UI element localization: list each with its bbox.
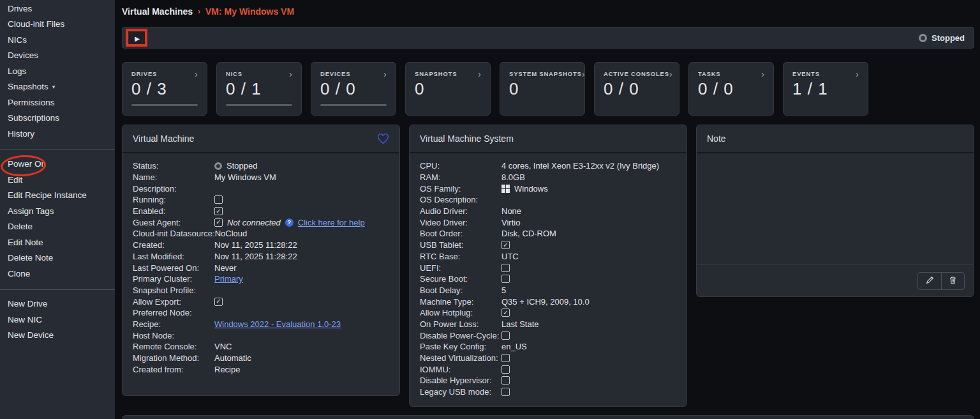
partial-bottom-panel bbox=[122, 415, 974, 419]
edit-note-button[interactable] bbox=[918, 273, 941, 289]
breadcrumb-root-link[interactable]: Virtual Machines bbox=[122, 6, 193, 17]
field-label: Created from: bbox=[133, 365, 214, 374]
field-row: Migration Method:Automatic bbox=[133, 353, 389, 364]
checkbox-unchecked[interactable] bbox=[501, 388, 510, 396]
summary-card-devices[interactable]: DEVICES›0 / 0 bbox=[311, 62, 396, 116]
sidebar-item-new-drive[interactable]: New Drive bbox=[0, 296, 115, 312]
field-value: Recipe bbox=[214, 365, 240, 374]
power-on-button[interactable]: ▶ bbox=[129, 32, 145, 45]
field-value-link[interactable]: Primary bbox=[214, 274, 243, 284]
os-family-text: Windows bbox=[514, 184, 548, 194]
checkbox-checked[interactable]: ✓ bbox=[214, 218, 223, 227]
sidebar-item-assign-tags[interactable]: Assign Tags bbox=[0, 203, 115, 219]
field-row: Primary Cluster:Primary bbox=[133, 273, 389, 285]
summary-card-nics[interactable]: NICS›0 / 1 bbox=[216, 62, 302, 116]
checkbox-checked[interactable]: ✓ bbox=[501, 309, 510, 317]
sidebar-item-subscriptions[interactable]: Subscriptions bbox=[0, 110, 115, 126]
field-value-text: Never bbox=[214, 263, 237, 273]
field-value: None bbox=[501, 206, 521, 216]
summary-card-system-snapshots[interactable]: SYSTEM SNAPSHOTS›0 bbox=[500, 62, 585, 116]
sidebar-item-label: Edit bbox=[8, 175, 22, 185]
play-icon: ▶ bbox=[135, 35, 140, 42]
field-value-text: Last State bbox=[501, 319, 539, 329]
field-row: RAM:8.0GB bbox=[420, 172, 676, 183]
checkbox-unchecked[interactable] bbox=[501, 376, 510, 385]
field-row: Enabled:✓ bbox=[133, 206, 389, 217]
breadcrumb-separator-icon: › bbox=[198, 7, 200, 16]
sidebar-item-new-nic[interactable]: New NIC bbox=[0, 312, 115, 328]
favorite-heart-icon[interactable] bbox=[377, 133, 389, 144]
field-value: 4 cores, Intel Xeon E3-12xx v2 (Ivy Brid… bbox=[501, 161, 659, 171]
checkbox-checked[interactable]: ✓ bbox=[214, 298, 223, 306]
sidebar-item-history[interactable]: History bbox=[0, 126, 115, 142]
field-value: 8.0GB bbox=[501, 172, 525, 182]
card-progress-bar bbox=[131, 104, 198, 106]
checkbox-unchecked[interactable] bbox=[501, 365, 510, 374]
field-value-link[interactable]: Windows 2022 - Evaluation 1.0-23 bbox=[214, 319, 341, 329]
field-row: On Power Loss:Last State bbox=[420, 319, 676, 330]
field-label: Enabled: bbox=[133, 206, 214, 216]
sidebar-item-power-on[interactable]: Power On bbox=[0, 156, 115, 172]
sidebar-item-cloud-init-files[interactable]: Cloud-init Files bbox=[0, 17, 115, 33]
sidebar-nav-group: DrivesCloud-init FilesNICsDevicesLogsSna… bbox=[0, 1, 115, 142]
note-content bbox=[697, 153, 974, 264]
field-value-text: VNC bbox=[214, 342, 232, 351]
sidebar-item-label: Power On bbox=[8, 159, 46, 169]
field-row: Machine Type:Q35 + ICH9, 2009, 10.0 bbox=[420, 296, 676, 307]
sidebar-item-drives[interactable]: Drives bbox=[0, 1, 115, 17]
field-row: Boot Delay:5 bbox=[420, 285, 676, 296]
summary-card-active-consoles[interactable]: ACTIVE CONSOLES›0 / 0 bbox=[594, 62, 679, 116]
checkbox-unchecked[interactable] bbox=[501, 264, 510, 272]
summary-card-snapshots[interactable]: SNAPSHOTS›0 bbox=[405, 62, 491, 116]
sidebar-item-nics[interactable]: NICs bbox=[0, 32, 115, 48]
field-value: NoCloud bbox=[215, 229, 248, 238]
sidebar-item-logs[interactable]: Logs bbox=[0, 63, 115, 79]
checkbox-checked[interactable]: ✓ bbox=[501, 241, 510, 249]
field-row: USB Tablet:✓ bbox=[420, 240, 676, 251]
summary-card-tasks[interactable]: TASKS›0 / 0 bbox=[688, 62, 774, 116]
card-value: 0 / 1 bbox=[226, 79, 292, 99]
guest-agent-state: Not connected bbox=[227, 218, 281, 227]
checkbox-unchecked[interactable] bbox=[214, 195, 223, 204]
field-value-text: Virtio bbox=[501, 218, 520, 227]
field-label: Disable Hypervisor: bbox=[420, 376, 501, 385]
card-label: SNAPSHOTS bbox=[415, 70, 457, 77]
field-value bbox=[501, 365, 510, 374]
field-label: Last Powered On: bbox=[133, 263, 214, 273]
field-value-text: NoCloud bbox=[215, 229, 248, 238]
summary-card-events[interactable]: EVENTS›1 / 1 bbox=[783, 62, 868, 116]
sidebar-item-delete[interactable]: Delete bbox=[0, 219, 115, 235]
sidebar-item-edit-recipe-instance[interactable]: Edit Recipe Instance bbox=[0, 188, 115, 204]
checkbox-unchecked[interactable] bbox=[501, 275, 510, 283]
card-label: DEVICES bbox=[320, 70, 350, 77]
sidebar-item-edit-note[interactable]: Edit Note bbox=[0, 234, 115, 250]
chevron-right-icon: › bbox=[289, 71, 292, 77]
checkbox-checked[interactable]: ✓ bbox=[214, 207, 223, 215]
checkbox-unchecked[interactable] bbox=[501, 331, 510, 340]
vm-status-label: Stopped bbox=[932, 33, 965, 43]
sidebar-item-edit[interactable]: Edit bbox=[0, 172, 115, 188]
field-row: Legacy USB mode: bbox=[420, 386, 676, 398]
sidebar-item-label: Cloud-init Files bbox=[8, 19, 64, 29]
sidebar-item-new-device[interactable]: New Device bbox=[0, 328, 115, 344]
sidebar-item-delete-note[interactable]: Delete Note bbox=[0, 250, 115, 266]
checkbox-unchecked[interactable] bbox=[501, 354, 510, 362]
field-label: Nested Virtualization: bbox=[420, 353, 501, 363]
field-row: Paste Key Config:en_US bbox=[420, 341, 676, 353]
sidebar-item-devices[interactable]: Devices bbox=[0, 48, 115, 64]
field-label: Snapshot Profile: bbox=[133, 286, 214, 295]
field-label: Primary Cluster: bbox=[133, 274, 214, 284]
card-top: SNAPSHOTS› bbox=[415, 70, 481, 77]
help-icon[interactable]: ? bbox=[285, 218, 293, 227]
sidebar-item-clone[interactable]: Clone bbox=[0, 266, 115, 282]
field-value: Last State bbox=[501, 319, 539, 329]
field-label: UEFI: bbox=[420, 263, 501, 273]
sidebar-item-snapshots[interactable]: Snapshots▾ bbox=[0, 79, 115, 95]
sidebar-item-permissions[interactable]: Permissions bbox=[0, 95, 115, 110]
sidebar-item-label: Snapshots bbox=[8, 82, 48, 91]
field-value: Nov 11, 2025 11:28:22 bbox=[214, 240, 297, 250]
delete-note-button[interactable] bbox=[941, 273, 964, 289]
guest-agent-help-link[interactable]: Click here for help bbox=[298, 218, 365, 227]
field-row: Cloud-init Datasource:NoCloud bbox=[133, 228, 389, 240]
summary-card-drives[interactable]: DRIVES›0 / 3 bbox=[122, 62, 207, 116]
